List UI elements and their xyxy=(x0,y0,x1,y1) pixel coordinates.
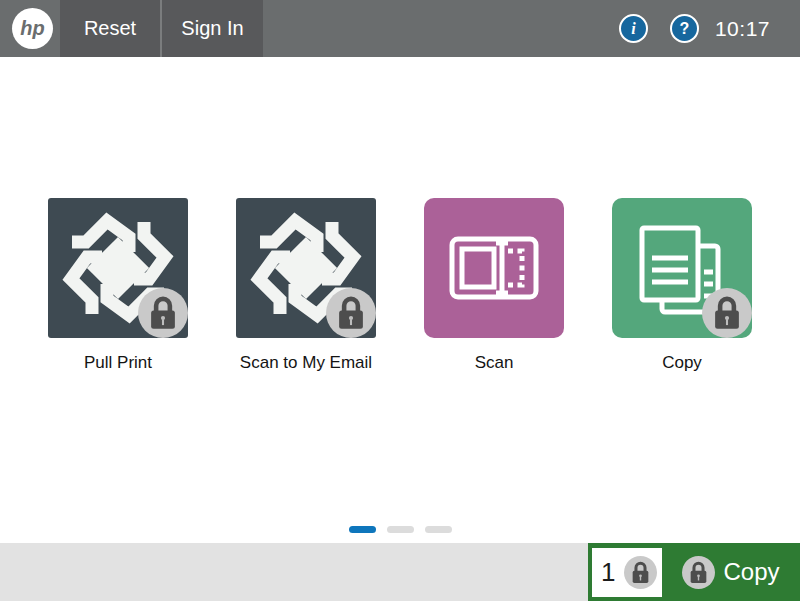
lock-badge-icon xyxy=(138,288,188,338)
printer-home-screen: hp Reset Sign In i ? 10:17 xyxy=(0,0,800,601)
tile-label-pull-print: Pull Print xyxy=(28,353,208,373)
reset-button[interactable]: Reset xyxy=(60,0,160,57)
tile-label-scan: Scan xyxy=(404,353,584,373)
clock: 10:17 xyxy=(715,17,770,41)
lock-badge-icon xyxy=(326,288,376,338)
page-indicator-dot-2[interactable] xyxy=(387,526,414,533)
topbar-status-area: i ? 10:17 xyxy=(619,0,770,57)
copy-button[interactable]: Copy xyxy=(662,543,800,601)
tile-copy[interactable] xyxy=(612,198,752,338)
hp-logo[interactable]: hp xyxy=(12,8,53,49)
sign-in-button[interactable]: Sign In xyxy=(162,0,263,57)
lock-badge-icon xyxy=(702,288,752,338)
hp-logo-text: hp xyxy=(20,17,44,40)
tile-scan-to-my-email[interactable] xyxy=(236,198,376,338)
copy-count-field[interactable]: 1 xyxy=(592,548,662,597)
lock-icon xyxy=(682,556,715,589)
info-icon[interactable]: i xyxy=(619,14,648,43)
help-icon-glyph: ? xyxy=(680,20,690,38)
page-indicator xyxy=(0,526,800,533)
info-icon-glyph: i xyxy=(631,20,635,38)
scan-icon xyxy=(424,198,564,338)
page-indicator-dot-1[interactable] xyxy=(349,526,376,533)
tile-scan[interactable] xyxy=(424,198,564,338)
copy-count-value: 1 xyxy=(601,557,615,588)
page-indicator-dot-3[interactable] xyxy=(425,526,452,533)
copy-action-bar: 1 Copy xyxy=(588,543,800,601)
copy-button-label: Copy xyxy=(723,558,779,586)
help-icon[interactable]: ? xyxy=(670,14,699,43)
tile-label-copy: Copy xyxy=(592,353,772,373)
tile-label-scan-to-my-email: Scan to My Email xyxy=(216,353,396,373)
lock-icon xyxy=(624,556,657,589)
top-bar: hp Reset Sign In i ? 10:17 xyxy=(0,0,800,57)
tile-pull-print[interactable] xyxy=(48,198,188,338)
